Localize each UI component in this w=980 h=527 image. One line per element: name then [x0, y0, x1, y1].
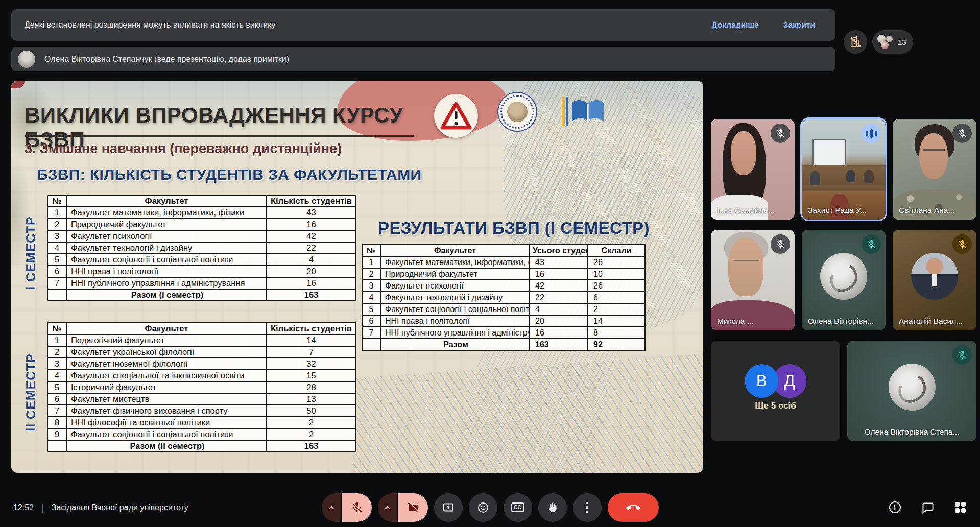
table-row: 4Факультет спеціальної та інклюзивної ос…: [47, 370, 356, 381]
participant-tile[interactable]: Світлана Ана...: [893, 119, 976, 220]
clock: 12:52: [13, 503, 34, 512]
mic-off-icon: [775, 239, 786, 250]
table-cell: 43: [530, 256, 588, 268]
end-call-button[interactable]: [608, 493, 659, 522]
more-options-button[interactable]: [573, 493, 602, 522]
table-cell: Факультет соціології і соціальної політи…: [66, 428, 267, 440]
participant-name: Олена Вікторівна Степа...: [865, 427, 960, 437]
more-options-icon: [586, 502, 588, 513]
table-cell: Факультет математики, інформатики, фізик…: [66, 207, 267, 219]
camera-options-chevron-icon[interactable]: [378, 493, 397, 522]
mic-off-icon: [957, 128, 968, 139]
table-row: 1Педагогічний факультет14: [47, 334, 356, 346]
participant-tile[interactable]: Микола ...: [711, 230, 795, 330]
table-cell: Факультет соціології і соціальної політи…: [380, 303, 530, 315]
table-cell: 26: [588, 256, 645, 268]
table-cell: 1: [47, 207, 66, 219]
table-cell: 32: [267, 358, 356, 370]
table-row: 3Факультет психології42: [47, 230, 356, 242]
table-cell: 3: [47, 230, 66, 242]
mic-options-chevron-icon[interactable]: [322, 493, 341, 522]
table-cell: 5: [47, 381, 66, 393]
mic-off-badge: [771, 124, 790, 143]
table-cell: 163: [267, 440, 356, 452]
mic-off-icon: [957, 239, 968, 250]
participant-tile[interactable]: Олена Вікторівн...: [802, 230, 886, 330]
close-notification-button[interactable]: Закрити: [783, 20, 815, 30]
camera-off-button[interactable]: [398, 493, 428, 522]
mic-off-icon: [866, 239, 877, 250]
table-cell: Факультет математики, інформатики, фізик…: [380, 256, 530, 268]
table-cell: [362, 339, 380, 350]
table-cell: ННІ філософії та освітньої політики: [66, 417, 267, 428]
separator: |: [41, 502, 44, 513]
table-cell: Разом (ІІ семестр): [66, 440, 267, 452]
table-row: №ФакультетКількість студентів: [47, 323, 356, 334]
participant-name: Захист Рада У...: [808, 206, 867, 215]
more-details-button[interactable]: Докладніше: [712, 20, 759, 30]
participant-name: Микола ...: [717, 317, 754, 326]
table-row: 9Факультет соціології і соціальної політ…: [47, 428, 356, 440]
table-cell: Факультет мистецтв: [66, 393, 267, 405]
meeting-info-button[interactable]: i: [889, 501, 901, 513]
table-cell: [47, 289, 66, 301]
overflow-avatars: ВД: [745, 364, 806, 398]
raise-hand-button[interactable]: [538, 493, 567, 522]
participant-tile[interactable]: Захист Рада У...: [802, 119, 886, 220]
table-row: 8ННІ філософії та освітньої політики2: [47, 417, 356, 428]
audio-level-icon: [862, 124, 881, 143]
mic-off-badge: [952, 345, 972, 365]
mic-off-badge: [771, 234, 790, 254]
column-header: №: [47, 323, 66, 334]
table-cell: 4: [47, 370, 66, 381]
table-cell: 4: [47, 242, 66, 254]
table-row: 7ННІ публічного управління і адмініструв…: [47, 277, 356, 289]
table-cell: 3: [362, 280, 380, 292]
table-row: 6ННІ права і політології2014: [362, 315, 645, 327]
participant-avatar: [889, 364, 936, 411]
table-row: 5Історичний факультет28: [47, 381, 356, 393]
table-cell: 8: [588, 327, 645, 339]
avatar-letter: В: [745, 364, 778, 398]
table-cell: 92: [588, 339, 645, 350]
captions-button[interactable]: CC: [504, 493, 532, 522]
table-cell: 14: [267, 334, 356, 346]
table-cell: 7: [362, 327, 380, 339]
participant-tile[interactable]: Анатолій Васил...: [893, 230, 976, 330]
column-header: №: [47, 195, 66, 207]
table-total-row: Разом (ІІ семестр)163: [47, 440, 356, 452]
table-cell: 13: [267, 393, 356, 405]
table-cell: 28: [267, 381, 356, 393]
column-header: Кількість студентів: [267, 195, 356, 207]
mic-off-button[interactable]: [342, 493, 372, 522]
participant-grid: Інна Самойле...Захист Рада У...Світлана …: [711, 119, 976, 443]
mic-off-icon: [775, 128, 786, 139]
column-header: Усього студентів: [530, 245, 588, 256]
emoji-reactions-button[interactable]: [469, 493, 497, 522]
meet-window: Деякі встановлені розширення можуть впли…: [0, 0, 980, 527]
table-cell: 9: [47, 428, 66, 440]
apps-grid-button[interactable]: [955, 502, 966, 513]
chat-button[interactable]: [922, 501, 934, 514]
participant-tile[interactable]: ВДЩе 5 осіб: [711, 341, 840, 441]
table-cell: 16: [530, 327, 588, 339]
participant-tile[interactable]: Інна Самойле...: [711, 119, 795, 220]
table-cell: 7: [267, 346, 356, 358]
table-cell: 20: [530, 315, 588, 327]
camera-control-group: [378, 493, 428, 522]
mic-off-icon: [957, 350, 968, 361]
semester2-label: ІІ СЕМЕСТР: [23, 334, 38, 451]
results-table: №ФакультетУсього студентівСклали1Факульт…: [362, 244, 646, 351]
table-cell: 6: [362, 315, 380, 327]
people-icon: [877, 34, 894, 50]
present-screen-button[interactable]: [434, 493, 463, 522]
end-call-icon: [626, 500, 640, 515]
table-cell: 16: [267, 219, 356, 230]
column-header: Склали: [588, 245, 645, 256]
participants-count-button[interactable]: 13: [872, 30, 913, 54]
table-row: 2Природничий факультет16: [47, 219, 356, 230]
building-disabled-icon[interactable]: [844, 30, 867, 54]
table-cell: Факультет спеціальної та інклюзивної осв…: [66, 370, 267, 381]
participant-tile[interactable]: Олена Вікторівна Степа...: [847, 341, 976, 441]
bottom-control-bar: 12:52 | Засідання Вченої ради університе…: [0, 488, 980, 527]
